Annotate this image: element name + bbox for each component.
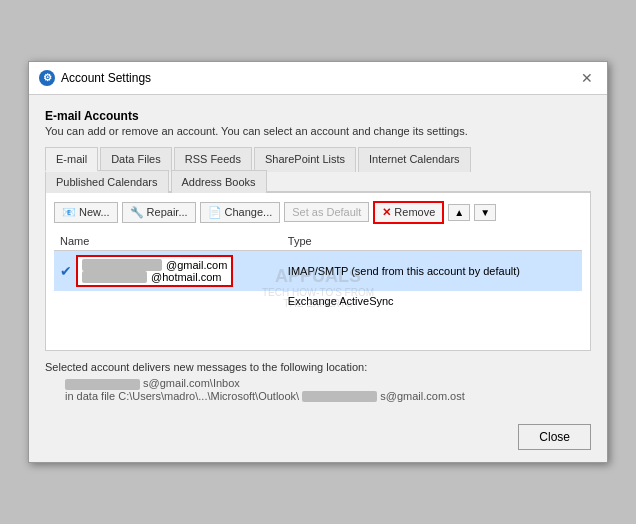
- tab-content-email: 📧 New... 🔧 Repair... 📄 Change... Set as …: [45, 193, 591, 351]
- tab-email[interactable]: E-mail: [45, 147, 98, 172]
- account-type-gmail: IMAP/SMTP (send from this account by def…: [282, 250, 582, 291]
- section-desc: You can add or remove an account. You ca…: [45, 125, 591, 137]
- email-toolbar: 📧 New... 🔧 Repair... 📄 Change... Set as …: [54, 201, 582, 224]
- accounts-table: Name Type ✔: [54, 232, 582, 311]
- tab-rss-feeds[interactable]: RSS Feeds: [174, 147, 252, 172]
- default-account-icon: ✔: [60, 263, 72, 279]
- account-type-hotmail: Exchange ActiveSync: [282, 291, 582, 311]
- move-up-button[interactable]: ▲: [448, 204, 470, 221]
- window-close-button[interactable]: ✕: [577, 68, 597, 88]
- remove-button[interactable]: ✕ Remove: [373, 201, 444, 224]
- accounts-table-container: Name Type ✔: [54, 232, 582, 342]
- table-row[interactable]: ✔ @gmail.com @hotmail.com: [54, 250, 582, 291]
- deliver-text: Selected account delivers new messages t…: [45, 361, 367, 373]
- tab-address-books[interactable]: Address Books: [171, 170, 267, 193]
- account-blur-gmail: [82, 259, 162, 271]
- col-header-type: Type: [282, 232, 582, 251]
- set-default-button[interactable]: Set as Default: [284, 202, 369, 222]
- change-button[interactable]: 📄 Change...: [200, 202, 281, 223]
- tab-internet-calendars[interactable]: Internet Calendars: [358, 147, 471, 172]
- col-header-name: Name: [54, 232, 282, 251]
- title-bar-left: ⚙ Account Settings: [39, 70, 151, 86]
- inbox-blur: [65, 379, 140, 390]
- datafile-blur: [302, 391, 377, 402]
- tabs-bar: E-mail Data Files RSS Feeds SharePoint L…: [45, 147, 591, 193]
- new-icon: 📧: [62, 206, 76, 219]
- remove-icon: ✕: [382, 206, 391, 219]
- repair-button[interactable]: 🔧 Repair...: [122, 202, 196, 223]
- account-line-hotmail: @hotmail.com: [82, 271, 227, 283]
- dialog-title: Account Settings: [61, 71, 151, 85]
- datafile-prefix: in data file C:\Users\madro\...\Microsof…: [65, 390, 299, 402]
- repair-icon: 🔧: [130, 206, 144, 219]
- account-suffix-gmail: @gmail.com: [166, 259, 227, 271]
- title-bar: ⚙ Account Settings ✕: [29, 62, 607, 95]
- inbox-suffix: s@gmail.com\Inbox: [143, 377, 240, 389]
- account-name-hotmail-cell: [54, 291, 282, 311]
- section-title: E-mail Accounts: [45, 109, 591, 123]
- account-suffix-hotmail: @hotmail.com: [151, 271, 221, 283]
- tab-published-calendars[interactable]: Published Calendars: [45, 170, 169, 193]
- new-button[interactable]: 📧 New...: [54, 202, 118, 223]
- close-dialog-button[interactable]: Close: [518, 424, 591, 450]
- move-down-button[interactable]: ▼: [474, 204, 496, 221]
- dialog-icon: ⚙: [39, 70, 55, 86]
- account-line-gmail: @gmail.com: [82, 259, 227, 271]
- dialog-footer: Close: [29, 416, 607, 462]
- account-name-cell: ✔ @gmail.com @hotmail.com: [54, 250, 282, 291]
- account-name-box: @gmail.com @hotmail.com: [76, 255, 233, 287]
- account-name-wrapper: ✔ @gmail.com @hotmail.com: [60, 255, 276, 287]
- account-blur-hotmail: [82, 271, 147, 283]
- inbox-path-line: s@gmail.com\Inbox: [45, 377, 591, 390]
- account-settings-dialog: ⚙ Account Settings ✕ E-mail Accounts You…: [28, 61, 608, 463]
- tab-data-files[interactable]: Data Files: [100, 147, 172, 172]
- footer-section: Selected account delivers new messages t…: [45, 351, 591, 406]
- dialog-body: E-mail Accounts You can add or remove an…: [29, 95, 607, 416]
- datafile-suffix: s@gmail.com.ost: [380, 390, 465, 402]
- table-row[interactable]: Exchange ActiveSync: [54, 291, 582, 311]
- deliver-line: Selected account delivers new messages t…: [45, 361, 591, 373]
- change-icon: 📄: [208, 206, 222, 219]
- datafile-path-line: in data file C:\Users\madro\...\Microsof…: [45, 390, 591, 403]
- tab-sharepoint[interactable]: SharePoint Lists: [254, 147, 356, 172]
